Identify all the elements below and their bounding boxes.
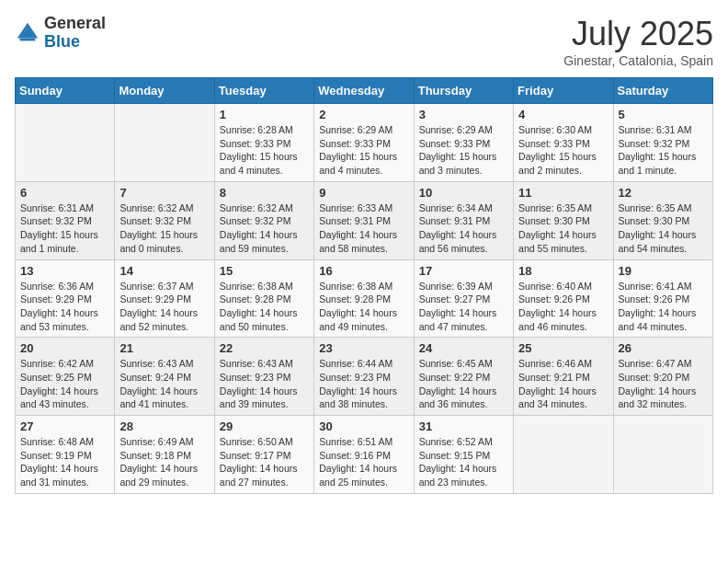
day-number: 5 [619,108,708,121]
day-number: 21 [119,341,209,355]
day-number: 18 [518,264,608,278]
day-info: Sunrise: 6:30 AM Sunset: 9:33 PM Dayligh… [518,123,608,178]
calendar-cell: 31Sunrise: 6:52 AM Sunset: 9:15 PM Dayli… [414,416,513,494]
location-subtitle: Ginestar, Catalonia, Spain [563,53,713,68]
day-number: 3 [419,108,508,121]
day-info: Sunrise: 6:42 AM Sunset: 9:25 PM Dayligh… [20,357,109,411]
calendar-header-wednesday: Wednesday [314,78,414,104]
calendar-cell: 25Sunrise: 6:46 AM Sunset: 9:21 PM Dayli… [514,338,613,416]
day-info: Sunrise: 6:47 AM Sunset: 9:20 PM Dayligh… [619,357,708,411]
calendar-cell: 22Sunrise: 6:43 AM Sunset: 9:23 PM Dayli… [214,338,313,416]
day-info: Sunrise: 6:29 AM Sunset: 9:33 PM Dayligh… [419,123,508,178]
day-info: Sunrise: 6:51 AM Sunset: 9:16 PM Dayligh… [319,435,408,489]
calendar-week-row: 6Sunrise: 6:31 AM Sunset: 9:32 PM Daylig… [16,181,713,259]
calendar-week-row: 1Sunrise: 6:28 AM Sunset: 9:33 PM Daylig… [16,104,713,182]
calendar-cell: 21Sunrise: 6:43 AM Sunset: 9:24 PM Dayli… [115,338,214,416]
calendar-cell: 8Sunrise: 6:32 AM Sunset: 9:32 PM Daylig… [214,181,313,259]
day-number: 1 [220,108,309,121]
calendar-header-sunday: Sunday [16,78,115,104]
calendar-cell: 24Sunrise: 6:45 AM Sunset: 9:22 PM Dayli… [414,338,513,416]
calendar-cell: 7Sunrise: 6:32 AM Sunset: 9:32 PM Daylig… [115,181,214,259]
calendar-header-saturday: Saturday [613,78,712,104]
day-number: 9 [319,186,408,200]
calendar-cell: 29Sunrise: 6:50 AM Sunset: 9:17 PM Dayli… [214,416,313,494]
header: General Blue July 2025 Ginestar, Catalon… [15,15,713,68]
day-info: Sunrise: 6:49 AM Sunset: 9:18 PM Dayligh… [119,435,209,489]
calendar-cell: 27Sunrise: 6:48 AM Sunset: 9:19 PM Dayli… [16,416,115,494]
day-number: 19 [619,264,708,278]
day-number: 27 [20,419,109,433]
day-info: Sunrise: 6:52 AM Sunset: 9:15 PM Dayligh… [419,435,508,489]
day-info: Sunrise: 6:34 AM Sunset: 9:31 PM Dayligh… [419,201,508,256]
day-info: Sunrise: 6:31 AM Sunset: 9:32 PM Dayligh… [619,123,708,178]
day-info: Sunrise: 6:39 AM Sunset: 9:27 PM Dayligh… [419,280,508,334]
day-info: Sunrise: 6:43 AM Sunset: 9:23 PM Dayligh… [220,357,309,411]
day-info: Sunrise: 6:46 AM Sunset: 9:21 PM Dayligh… [518,357,608,411]
calendar-header-monday: Monday [115,78,214,104]
calendar-cell: 5Sunrise: 6:31 AM Sunset: 9:32 PM Daylig… [613,104,712,182]
calendar-cell: 15Sunrise: 6:38 AM Sunset: 9:28 PM Dayli… [214,259,313,338]
logo: General Blue [15,15,106,52]
day-info: Sunrise: 6:29 AM Sunset: 9:33 PM Dayligh… [319,123,408,178]
day-info: Sunrise: 6:31 AM Sunset: 9:32 PM Dayligh… [20,201,109,256]
day-number: 12 [619,186,708,200]
logo-blue-text: Blue [44,33,106,52]
day-number: 8 [220,186,309,200]
calendar-cell: 1Sunrise: 6:28 AM Sunset: 9:33 PM Daylig… [214,104,313,182]
calendar-cell [514,416,613,494]
calendar-cell: 6Sunrise: 6:31 AM Sunset: 9:32 PM Daylig… [16,181,115,259]
day-info: Sunrise: 6:38 AM Sunset: 9:28 PM Dayligh… [220,280,309,334]
svg-rect-1 [20,38,36,40]
calendar-cell: 19Sunrise: 6:41 AM Sunset: 9:26 PM Dayli… [613,259,712,338]
day-number: 6 [20,186,109,200]
day-number: 31 [419,419,508,433]
day-number: 15 [220,264,309,278]
logo-general-text: General [44,15,106,33]
calendar-cell: 18Sunrise: 6:40 AM Sunset: 9:26 PM Dayli… [514,259,613,338]
day-number: 10 [419,186,508,200]
day-number: 23 [319,341,408,355]
day-number: 24 [419,341,508,355]
day-number: 28 [119,419,209,433]
day-info: Sunrise: 6:38 AM Sunset: 9:28 PM Dayligh… [319,280,408,334]
calendar-cell: 23Sunrise: 6:44 AM Sunset: 9:23 PM Dayli… [314,338,414,416]
day-info: Sunrise: 6:37 AM Sunset: 9:29 PM Dayligh… [119,280,209,334]
day-info: Sunrise: 6:41 AM Sunset: 9:26 PM Dayligh… [619,280,708,334]
calendar-header-row: SundayMondayTuesdayWednesdayThursdayFrid… [16,78,713,104]
calendar-cell: 26Sunrise: 6:47 AM Sunset: 9:20 PM Dayli… [613,338,712,416]
calendar-cell [16,104,115,182]
day-info: Sunrise: 6:32 AM Sunset: 9:32 PM Dayligh… [119,201,209,256]
day-number: 14 [119,264,209,278]
day-info: Sunrise: 6:43 AM Sunset: 9:24 PM Dayligh… [119,357,209,411]
svg-marker-0 [17,23,38,39]
day-number: 22 [220,341,309,355]
calendar-cell: 13Sunrise: 6:36 AM Sunset: 9:29 PM Dayli… [16,259,115,338]
calendar-cell: 10Sunrise: 6:34 AM Sunset: 9:31 PM Dayli… [414,181,513,259]
title-area: July 2025 Ginestar, Catalonia, Spain [563,15,713,68]
calendar-cell: 2Sunrise: 6:29 AM Sunset: 9:33 PM Daylig… [314,104,414,182]
day-number: 11 [518,186,608,200]
day-number: 29 [220,419,309,433]
day-info: Sunrise: 6:44 AM Sunset: 9:23 PM Dayligh… [319,357,408,411]
calendar-cell: 9Sunrise: 6:33 AM Sunset: 9:31 PM Daylig… [314,181,414,259]
calendar-table: SundayMondayTuesdayWednesdayThursdayFrid… [15,77,713,494]
calendar-cell: 11Sunrise: 6:35 AM Sunset: 9:30 PM Dayli… [514,181,613,259]
calendar-week-row: 13Sunrise: 6:36 AM Sunset: 9:29 PM Dayli… [16,259,713,338]
day-number: 2 [319,108,408,121]
day-info: Sunrise: 6:48 AM Sunset: 9:19 PM Dayligh… [20,435,109,489]
day-number: 7 [119,186,209,200]
day-info: Sunrise: 6:50 AM Sunset: 9:17 PM Dayligh… [220,435,309,489]
logo-text: General Blue [44,15,106,52]
day-info: Sunrise: 6:36 AM Sunset: 9:29 PM Dayligh… [20,280,109,334]
calendar-week-row: 27Sunrise: 6:48 AM Sunset: 9:19 PM Dayli… [16,416,713,494]
day-number: 4 [518,108,608,121]
logo-icon [15,20,40,46]
calendar-cell: 20Sunrise: 6:42 AM Sunset: 9:25 PM Dayli… [16,338,115,416]
calendar-cell: 3Sunrise: 6:29 AM Sunset: 9:33 PM Daylig… [414,104,513,182]
day-number: 17 [419,264,508,278]
calendar-header-tuesday: Tuesday [214,78,313,104]
day-info: Sunrise: 6:35 AM Sunset: 9:30 PM Dayligh… [518,201,608,256]
calendar-cell: 28Sunrise: 6:49 AM Sunset: 9:18 PM Dayli… [115,416,214,494]
month-title: July 2025 [563,15,713,53]
day-number: 30 [319,419,408,433]
